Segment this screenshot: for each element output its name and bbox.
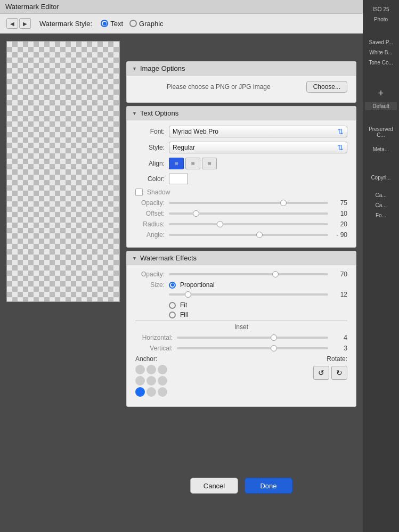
dialog-title: Watermark Editor bbox=[5, 3, 59, 11]
panels-area: ▼ Image Options Please choose a PNG or J… bbox=[126, 61, 356, 410]
anchor-2-0[interactable] bbox=[135, 387, 145, 397]
choose-button[interactable]: Choose... bbox=[306, 81, 347, 93]
right-panel-add[interactable]: + bbox=[365, 87, 397, 100]
shadow-angle-label: Angle: bbox=[135, 231, 165, 239]
shadow-row: Shadow bbox=[135, 189, 347, 196]
anchor-rotate-row: Anchor: bbox=[135, 355, 347, 397]
right-panel-ca1[interactable]: Ca... bbox=[365, 191, 397, 199]
radio-graphic-circle[interactable] bbox=[129, 20, 137, 27]
right-panel-copy[interactable]: Copyri... bbox=[365, 174, 397, 182]
effects-opacity-thumb[interactable] bbox=[272, 271, 279, 277]
shadow-opacity-label: Opacity: bbox=[135, 199, 165, 207]
left-column bbox=[0, 34, 126, 532]
right-panel-tone[interactable]: Tone Co... bbox=[365, 59, 397, 67]
align-left-button[interactable]: ≡ bbox=[169, 158, 184, 169]
vertical-thumb[interactable] bbox=[271, 345, 277, 351]
rotate-label: Rotate: bbox=[327, 355, 347, 363]
right-panel-saved[interactable]: Saved P... bbox=[365, 38, 397, 46]
align-center-button[interactable]: ≡ bbox=[185, 158, 200, 169]
color-picker[interactable] bbox=[169, 174, 188, 184]
vertical-value: 3 bbox=[332, 345, 347, 352]
right-panel-meta[interactable]: Meta... bbox=[365, 145, 397, 153]
done-button[interactable]: Done bbox=[245, 478, 292, 494]
shadow-checkbox[interactable] bbox=[135, 189, 143, 196]
radio-graphic[interactable]: Graphic bbox=[129, 20, 164, 28]
size-proportional-row: Size: Proportional bbox=[135, 281, 347, 289]
anchor-1-0[interactable] bbox=[135, 376, 145, 386]
anchor-2-2[interactable] bbox=[158, 387, 167, 397]
font-arrows: ⇅ bbox=[337, 128, 344, 135]
text-options-panel: ▼ Text Options Font: Myriad Web Pro ⇅ bbox=[126, 106, 356, 248]
rotate-cw-button[interactable]: ↻ bbox=[331, 366, 347, 380]
horizontal-row: Horizontal: 4 bbox=[135, 334, 347, 341]
shadow-radius-track[interactable] bbox=[169, 223, 328, 225]
watermark-effects-body: Opacity: 70 Size: Proportional bbox=[127, 265, 356, 406]
effects-opacity-track[interactable] bbox=[169, 273, 328, 275]
font-label: Font: bbox=[135, 128, 165, 135]
right-panel-whiteb[interactable]: White B... bbox=[365, 48, 397, 56]
image-options-title: Image Options bbox=[140, 64, 185, 72]
nav-arrows: ◀ ▶ bbox=[6, 18, 31, 29]
shadow-radius-value: 20 bbox=[332, 220, 347, 228]
font-row: Font: Myriad Web Pro ⇅ bbox=[135, 126, 347, 137]
horizontal-track[interactable] bbox=[177, 337, 328, 339]
rotate-buttons: ↺ ↻ bbox=[313, 366, 347, 380]
color-label: Color: bbox=[135, 175, 165, 183]
proportional-slider-row: 12 bbox=[169, 291, 347, 298]
radio-text-circle[interactable] bbox=[101, 20, 108, 27]
size-fit-radio[interactable] bbox=[169, 302, 176, 309]
image-options-body: Please choose a PNG or JPG image Choose.… bbox=[127, 76, 356, 102]
size-fit-row: Fit bbox=[169, 301, 347, 309]
right-panel-fo[interactable]: Fo... bbox=[365, 211, 397, 219]
watermark-style-radio-group: Text Graphic bbox=[101, 20, 163, 28]
anchor-0-1[interactable] bbox=[146, 365, 156, 374]
anchor-0-0[interactable] bbox=[135, 365, 145, 374]
proportional-thumb[interactable] bbox=[185, 291, 191, 298]
shadow-opacity-row: Opacity: 75 bbox=[135, 199, 347, 207]
nav-back-button[interactable]: ◀ bbox=[6, 18, 18, 29]
shadow-angle-thumb[interactable] bbox=[256, 232, 263, 238]
shadow-offset-thumb[interactable] bbox=[193, 210, 199, 217]
shadow-angle-track[interactable] bbox=[169, 234, 328, 236]
horizontal-thumb[interactable] bbox=[271, 334, 277, 341]
shadow-opacity-track[interactable] bbox=[169, 202, 328, 204]
radio-text-label: Text bbox=[110, 20, 123, 28]
style-label: Style: bbox=[135, 144, 165, 151]
horizontal-label: Horizontal: bbox=[135, 334, 173, 341]
color-row: Color: bbox=[135, 174, 347, 184]
anchor-0-2[interactable] bbox=[158, 365, 167, 374]
anchor-2-1[interactable] bbox=[146, 387, 156, 397]
right-panel-preserved[interactable]: Preserved C... bbox=[365, 125, 397, 139]
size-fill-radio[interactable] bbox=[169, 312, 176, 318]
radio-graphic-label: Graphic bbox=[139, 20, 164, 28]
vertical-row: Vertical: 3 bbox=[135, 345, 347, 352]
cancel-button[interactable]: Cancel bbox=[190, 478, 238, 494]
style-select[interactable]: Regular ⇅ bbox=[169, 142, 347, 153]
right-panel-ca2[interactable]: Ca... bbox=[365, 201, 397, 209]
size-fill-row: Fill bbox=[169, 311, 347, 318]
image-choose-row: Please choose a PNG or JPG image Choose.… bbox=[135, 81, 347, 93]
font-select[interactable]: Myriad Web Pro ⇅ bbox=[169, 126, 347, 137]
shadow-angle-value: - 90 bbox=[332, 231, 347, 239]
shadow-offset-track[interactable] bbox=[169, 212, 328, 215]
rotate-ccw-button[interactable]: ↺ bbox=[313, 366, 329, 380]
radio-text[interactable]: Text bbox=[101, 20, 123, 28]
anchor-1-2[interactable] bbox=[158, 376, 167, 386]
align-right-button[interactable]: ≡ bbox=[202, 158, 217, 169]
vertical-track[interactable] bbox=[177, 347, 328, 349]
anchor-grid bbox=[135, 365, 167, 397]
size-fill-label: Fill bbox=[180, 311, 188, 318]
nav-forward-button[interactable]: ▶ bbox=[19, 18, 31, 29]
shadow-radius-row: Radius: 20 bbox=[135, 220, 347, 228]
shadow-angle-row: Angle: - 90 bbox=[135, 231, 347, 239]
anchor-1-1[interactable] bbox=[146, 376, 156, 386]
right-panel: ISO 25 Photo Saved P... White B... Tone … bbox=[363, 0, 399, 532]
effects-divider bbox=[135, 321, 347, 321]
shadow-radius-thumb[interactable] bbox=[217, 221, 223, 227]
size-proportional-radio[interactable] bbox=[169, 282, 176, 289]
image-options-header: ▼ Image Options bbox=[127, 62, 356, 76]
shadow-opacity-thumb[interactable] bbox=[280, 200, 287, 206]
right-panel-default[interactable]: Default bbox=[365, 102, 397, 110]
proportional-track[interactable] bbox=[169, 293, 328, 296]
horizontal-value: 4 bbox=[332, 334, 347, 341]
